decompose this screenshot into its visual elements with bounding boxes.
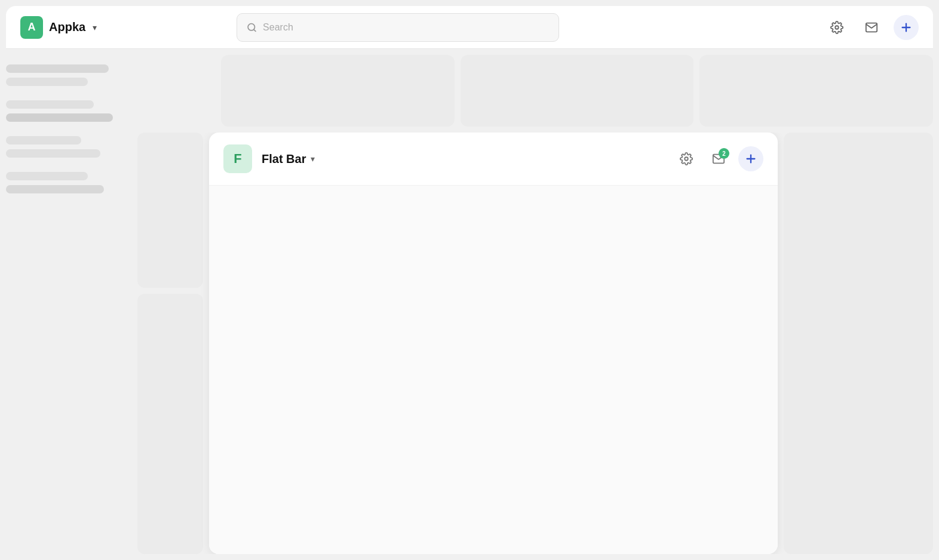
card-actions: 2 <box>674 146 763 171</box>
sidebar-skeleton-1 <box>6 64 109 73</box>
card-header: F Flat Bar ▾ <box>209 133 778 186</box>
brand-chevron-icon[interactable]: ▾ <box>93 23 97 32</box>
svg-point-2 <box>835 26 839 29</box>
sidebar-skeleton-8 <box>6 185 104 193</box>
sidebar-skeleton-2 <box>6 78 88 86</box>
card-plus-icon <box>744 152 757 165</box>
card-body <box>209 186 778 554</box>
gear-icon <box>830 21 843 34</box>
central-wrapper: F Flat Bar ▾ <box>209 133 778 554</box>
card-gear-icon <box>680 152 693 165</box>
brand-name: Appka <box>49 20 85 34</box>
card-mail-button[interactable]: 2 <box>706 146 731 171</box>
mail-button[interactable] <box>859 15 884 40</box>
card-title: Flat Bar <box>262 152 306 166</box>
panels-row: F Flat Bar ▾ <box>137 133 933 554</box>
card-title-area: Flat Bar ▾ <box>262 152 664 166</box>
card-chevron-icon[interactable]: ▾ <box>311 154 315 164</box>
central-card: F Flat Bar ▾ <box>209 133 778 554</box>
left-panel-top <box>137 133 203 288</box>
settings-button[interactable] <box>824 15 849 40</box>
sidebar-skeleton-7 <box>6 172 88 180</box>
plus-icon <box>900 21 913 34</box>
left-panel-bottom <box>137 294 203 554</box>
search-icon <box>247 22 257 33</box>
brand-avatar: A <box>20 16 43 39</box>
header-actions <box>824 15 919 40</box>
search-bar <box>237 13 559 42</box>
top-card-2 <box>461 55 694 127</box>
top-card-1 <box>221 55 455 127</box>
sidebar-skeleton-6 <box>6 149 100 158</box>
main-container: F Flat Bar ▾ <box>0 49 939 560</box>
svg-line-1 <box>254 29 256 31</box>
brand-area: A Appka ▾ <box>20 16 97 39</box>
sidebar-skeleton-4 <box>6 113 113 122</box>
app-header: A Appka ▾ <box>6 6 933 49</box>
sidebar <box>6 55 131 554</box>
mail-icon <box>865 21 878 34</box>
sidebar-skeleton-5 <box>6 136 81 144</box>
top-card-3 <box>699 55 933 127</box>
right-panel <box>784 133 933 554</box>
content-area: F Flat Bar ▾ <box>137 55 933 554</box>
sidebar-skeleton-3 <box>6 100 94 109</box>
top-spacer <box>137 55 215 127</box>
add-button[interactable] <box>894 15 919 40</box>
card-avatar: F <box>223 144 252 173</box>
svg-point-5 <box>685 157 688 161</box>
search-input[interactable] <box>263 22 549 33</box>
card-settings-button[interactable] <box>674 146 699 171</box>
top-cards-row <box>137 55 933 127</box>
notification-badge: 2 <box>719 148 729 159</box>
card-add-button[interactable] <box>738 146 763 171</box>
